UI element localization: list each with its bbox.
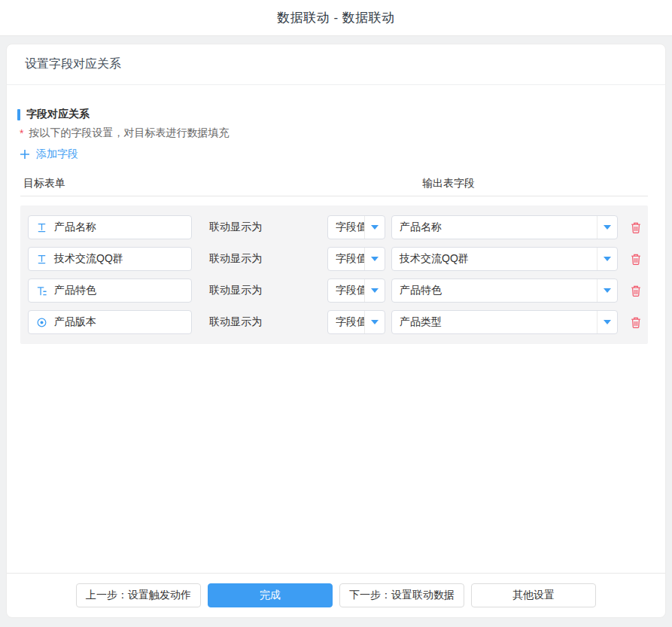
plus-icon (20, 149, 30, 160)
chevron-down-icon[interactable] (364, 248, 385, 270)
section-title-label: 字段对应关系 (26, 108, 90, 121)
trash-icon (630, 288, 642, 300)
target-field-name: 技术交流QQ群 (54, 252, 123, 266)
delete-row-button[interactable] (630, 221, 642, 234)
output-field-value: 产品名称 (392, 216, 597, 239)
chevron-down-icon[interactable] (597, 216, 617, 239)
relation-label: 联动显示为 (209, 252, 327, 266)
column-header-output: 输出表字段 (422, 177, 475, 190)
finish-button[interactable]: 完成 (208, 583, 333, 607)
chevron-down-icon[interactable] (364, 216, 385, 239)
relation-label: 联动显示为 (209, 284, 327, 297)
panel-header: 设置字段对应关系 (7, 44, 665, 85)
display-mode-value: 字段值 (328, 216, 364, 239)
section-title: 字段对应关系 (17, 108, 90, 121)
chevron-down-icon[interactable] (597, 279, 617, 302)
other-settings-button[interactable]: 其他设置 (471, 583, 596, 607)
output-field-value: 产品类型 (392, 311, 597, 333)
textarea-icon (36, 285, 47, 297)
target-field-name: 产品名称 (54, 221, 96, 234)
chevron-down-icon[interactable] (597, 311, 617, 333)
delete-row-button[interactable] (630, 316, 642, 329)
settings-panel: 设置字段对应关系 字段对应关系 * 按以下的字段设置，对目标表进行数据填充 添加… (6, 44, 666, 618)
output-field-value: 技术交流QQ群 (392, 248, 597, 270)
output-field-value: 产品特色 (392, 279, 597, 302)
field-mapping-row: 技术交流QQ群 联动显示为 字段值 技术交流QQ群 (28, 247, 648, 271)
chevron-down-icon[interactable] (597, 248, 617, 270)
chevron-down-icon[interactable] (364, 311, 385, 333)
trash-icon (630, 257, 642, 268)
required-note-text: 按以下的字段设置，对目标表进行数据填充 (29, 126, 229, 140)
output-field-select[interactable]: 技术交流QQ群 (391, 247, 618, 271)
top-bar: 数据联动 - 数据联动 (0, 0, 672, 36)
display-mode-value: 字段值 (328, 279, 364, 302)
trash-icon (630, 225, 642, 236)
display-mode-value: 字段值 (328, 311, 364, 333)
column-header-divider (20, 196, 648, 196)
required-note: * 按以下的字段设置，对目标表进行数据填充 (20, 126, 229, 140)
field-mapping-row: 产品名称 联动显示为 字段值 产品名称 (28, 215, 648, 239)
target-field-box[interactable]: 产品名称 (28, 215, 192, 239)
required-mark: * (20, 127, 23, 139)
add-field-button[interactable]: 添加字段 (20, 148, 78, 161)
radio-icon (36, 317, 47, 328)
display-mode-select[interactable]: 字段值 (327, 247, 385, 271)
delete-row-button[interactable] (630, 253, 642, 266)
delete-row-button[interactable] (630, 285, 642, 297)
display-mode-select[interactable]: 字段值 (327, 310, 385, 334)
section-accent-bar (17, 109, 20, 120)
footer-actions: 上一步：设置触发动作 完成 下一步：设置联动数据 其他设置 (7, 573, 665, 617)
target-field-box[interactable]: 技术交流QQ群 (28, 247, 192, 271)
text-input-icon (36, 254, 47, 265)
trash-icon (630, 320, 642, 331)
output-field-select[interactable]: 产品类型 (391, 310, 618, 334)
target-field-box[interactable]: 产品特色 (28, 278, 192, 303)
relation-label: 联动显示为 (209, 315, 327, 329)
output-field-select[interactable]: 产品特色 (391, 278, 618, 303)
next-step-button[interactable]: 下一步：设置联动数据 (339, 583, 464, 607)
prev-step-button[interactable]: 上一步：设置触发动作 (76, 583, 201, 607)
add-field-label: 添加字段 (36, 148, 78, 161)
relation-label: 联动显示为 (209, 221, 327, 234)
target-field-box[interactable]: 产品版本 (28, 310, 192, 334)
field-mapping-row: 产品版本 联动显示为 字段值 产品类型 (28, 310, 648, 334)
output-field-select[interactable]: 产品名称 (391, 215, 618, 239)
field-mapping-row: 产品特色 联动显示为 字段值 产品特色 (28, 278, 648, 303)
display-mode-select[interactable]: 字段值 (327, 215, 385, 239)
field-mapping-list: 产品名称 联动显示为 字段值 产品名称 (20, 205, 648, 344)
display-mode-value: 字段值 (328, 248, 364, 270)
chevron-down-icon[interactable] (364, 279, 385, 302)
text-input-icon (36, 222, 47, 233)
target-field-name: 产品版本 (54, 315, 96, 329)
page-title: 数据联动 - 数据联动 (277, 9, 395, 26)
display-mode-select[interactable]: 字段值 (327, 278, 385, 303)
column-header-target: 目标表单 (23, 177, 65, 190)
target-field-name: 产品特色 (54, 284, 96, 297)
